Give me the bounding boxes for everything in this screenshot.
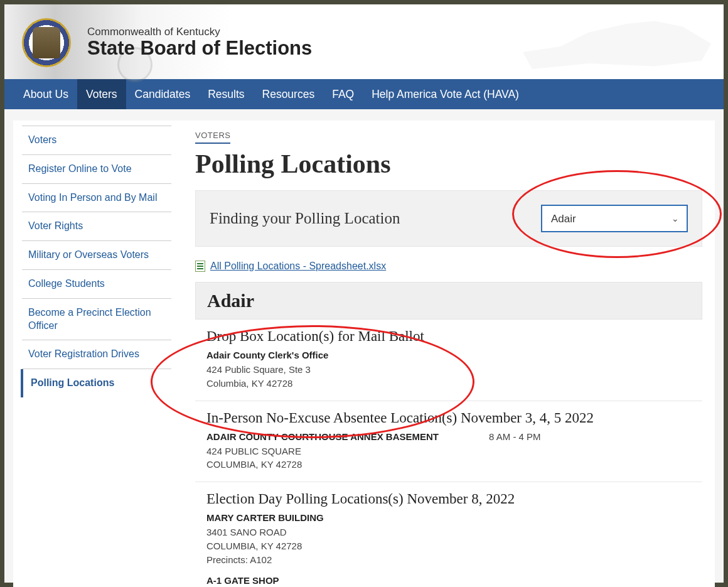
nav-voters[interactable]: Voters (77, 79, 126, 109)
nav-candidates[interactable]: Candidates (126, 79, 200, 109)
location-address-2: COLUMBIA, KY 42728 (206, 458, 439, 471)
breadcrumb: VOTERS (195, 131, 230, 144)
nav-hava[interactable]: Help America Vote Act (HAVA) (363, 79, 528, 109)
section-election-day: Election Day Polling Locations(s) Novemb… (195, 482, 702, 587)
main-nav: About Us Voters Candidates Results Resou… (4, 79, 724, 109)
state-seal-icon (22, 18, 71, 67)
sidebar-item-reg-drives[interactable]: Voter Registration Drives (22, 340, 171, 369)
sidebar-item-college[interactable]: College Students (22, 270, 171, 299)
location-address-1: 424 Public Square, Ste 3 (206, 363, 691, 377)
section-title: Drop Box Location(s) for Mail Ballot (206, 328, 691, 345)
nav-resources[interactable]: Resources (254, 79, 324, 109)
finder-label: Finding your Polling Location (210, 210, 400, 227)
site-header: Commonwealth of Kentucky State Board of … (4, 4, 724, 79)
spreadsheet-icon (195, 261, 205, 272)
location-precincts: Precincts: A102 (206, 553, 691, 567)
nav-results[interactable]: Results (199, 79, 253, 109)
sidebar-item-voter-rights[interactable]: Voter Rights (22, 212, 171, 241)
location-address-2: COLUMBIA, KY 42728 (206, 539, 691, 553)
sidebar-item-precinct-officer[interactable]: Become a Precinct Election Officer (22, 299, 171, 341)
county-select[interactable]: Adair (541, 205, 688, 232)
nav-faq[interactable]: FAQ (323, 79, 363, 109)
sidebar-item-register[interactable]: Register Online to Vote (22, 155, 171, 184)
finder-panel: Finding your Polling Location Adair ⌄ (195, 190, 702, 247)
sidebar-item-voting-method[interactable]: Voting In Person and By Mail (22, 184, 171, 213)
state-outline-icon (523, 18, 711, 75)
header-title: State Board of Elections (87, 37, 312, 60)
nav-about-us[interactable]: About Us (14, 79, 77, 109)
section-dropbox: Drop Box Location(s) for Mail Ballot Ada… (195, 320, 702, 401)
header-subtitle: Commonwealth of Kentucky (87, 26, 312, 38)
sidebar-item-military[interactable]: Military or Overseas Voters (22, 241, 171, 270)
section-absentee: In-Person No-Excuse Absentee Location(s)… (195, 401, 702, 483)
location-name: ADAIR COUNTY COURTHOUSE ANNEX BASEMENT (206, 431, 439, 442)
section-title: In-Person No-Excuse Absentee Location(s)… (206, 410, 691, 426)
main-content: VOTERS Polling Locations Finding your Po… (180, 121, 715, 587)
download-all-link[interactable]: All Polling Locations - Spreadsheet.xlsx (210, 261, 386, 272)
location-address-2: Columbia, KY 42728 (206, 377, 691, 390)
sidebar-item-voters[interactable]: Voters (22, 126, 171, 155)
location-hours: 8 AM - 4 PM (489, 431, 541, 442)
sidebar: Voters Register Online to Vote Voting In… (13, 121, 180, 397)
page-title: Polling Locations (195, 149, 702, 179)
county-header: Adair (195, 282, 702, 320)
location-name: A-1 GATE SHOP (206, 575, 691, 586)
location-address-1: 3401 SANO ROAD (206, 525, 691, 539)
location-address-1: 424 PUBLIC SQUARE (206, 444, 439, 458)
section-title: Election Day Polling Locations(s) Novemb… (206, 491, 691, 507)
sidebar-item-polling-locations[interactable]: Polling Locations (21, 369, 171, 397)
location-name: MARY CARTER BUILDING (206, 512, 691, 523)
location-name: Adair County Clerk's Office (206, 350, 691, 360)
county-name: Adair (207, 290, 690, 311)
